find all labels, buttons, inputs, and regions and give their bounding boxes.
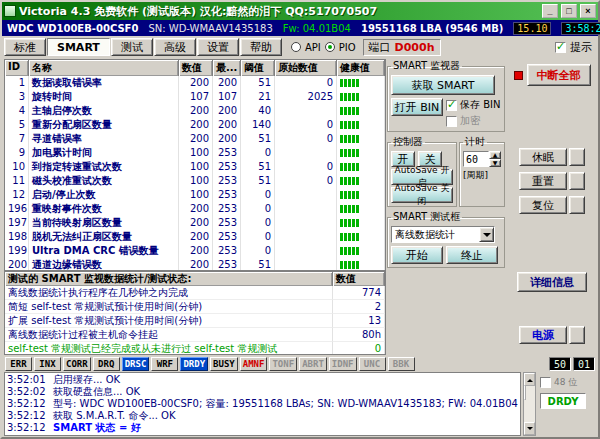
port-display[interactable]: 端口 D000h [363,39,441,56]
attr-raw [275,202,337,216]
attr-id: 10 [5,160,29,174]
led-wrf: WRF [151,357,178,371]
chevron-down-icon[interactable] [479,227,494,242]
close-button[interactable]: × [580,4,596,18]
drive-firmware: Fw: 04.01B04 [283,23,351,34]
hint-checkbox[interactable] [555,42,566,53]
scroll-up-icon[interactable] [524,373,535,386]
attr-raw: 0 [275,174,337,188]
save-bin-toggle[interactable]: 保存 BIN [446,98,500,112]
attr-health [337,216,385,230]
table-row: 1数据读取错误率200200510 [5,76,385,90]
table-row: 9加电累计时间1002530 [5,146,385,160]
tab-标准[interactable]: 标准 [4,38,46,56]
scroll-thumb[interactable] [524,385,526,400]
health-bars-icon [340,160,381,173]
pio-radio[interactable] [325,42,335,52]
attr-threshold: 0 [241,244,275,258]
details-button[interactable]: 详细信息 [517,272,587,292]
attr-value: 200 [179,216,213,230]
log-timestamp: 3:52:12 [7,422,53,434]
tab-高级[interactable]: 高级 [154,38,196,56]
attr-threshold: 0 [241,216,275,230]
tab-帮助[interactable]: 帮助 [240,38,282,56]
attr-name: 旋转时间 [29,90,179,104]
attr-health [337,244,385,258]
bits48-toggle[interactable]: 48 位 [540,376,594,389]
test-start-button[interactable]: 开始 [391,246,443,264]
log-line: 3:52:02获取硬盘信息... OK [7,386,518,398]
attr-value: 100 [179,146,213,160]
log-message: 获取 S.M.A.R.T. 命令... OK [53,410,176,422]
reset-option-button[interactable] [569,196,585,214]
autosave-off-button[interactable]: AutoSave 关闭 [391,187,453,203]
encrypt-checkbox[interactable] [446,116,457,127]
table-row: 10到指定转速重试次数100253510 [5,160,385,174]
table-row: 4主轴启停次数20020040 [5,104,385,118]
encrypt-toggle[interactable]: 加密 [446,114,500,128]
attr-threshold: 0 [241,146,275,160]
tab-设置[interactable]: 设置 [197,38,239,56]
stats-value: 774 [333,286,385,300]
victoria-window: Victoria 4.3 免费软件 (测试版本) 汉化:黯然的泪下 QQ:517… [0,0,600,439]
attr-value: 200 [179,202,213,216]
led-list: ERRINXCORRDRQDRSCWRFDRDYBUSYAMNFTONFABRT… [5,357,415,371]
stats-title: 测试的 SMART 监视数据统计/测试状态: [5,272,333,286]
recall-button[interactable]: 重置 [519,172,567,190]
get-smart-button[interactable]: 获取 SMART [391,75,495,95]
break-all-button[interactable]: 中断全部 [527,64,591,86]
recall-option-button[interactable] [569,172,585,190]
health-bars-icon [340,174,381,187]
attr-worst: 253 [213,160,241,174]
tab-SMART[interactable]: SMART [47,38,110,56]
open-bin-button[interactable]: 打开 BIN [391,98,443,116]
attr-id: 5 [5,118,29,132]
sleep-button[interactable]: 休眠 [519,148,567,166]
attr-worst: 253 [213,216,241,230]
power-button[interactable]: 电源 [519,326,567,344]
log-scrollbar[interactable] [523,372,536,436]
sleep-option-button[interactable] [569,148,585,166]
table-row: 7寻道错误率200200510 [5,132,385,146]
attr-name: 启动/停止次数 [29,188,179,202]
minimize-button[interactable]: _ [542,4,558,18]
column-header: 阈值 [241,60,275,76]
attr-health [337,104,385,118]
log-message: SMART 状态 = 好 [53,422,141,434]
column-header: 数值 [179,60,213,76]
column-header: ID [5,60,29,76]
smart-test-select[interactable]: 离线数据统计 [391,226,495,243]
attr-health [337,132,385,146]
attr-id: 196 [5,202,29,216]
port-value: D000h [395,41,435,54]
attr-threshold: 21 [241,90,275,104]
maximize-button[interactable]: □ [561,4,577,18]
column-header: 原始数值 [275,60,337,76]
timer-input[interactable] [463,151,489,167]
stats-row: 离线数据统计执行程序在几秒钟之内完成774 [5,286,385,300]
scroll-down-icon[interactable] [524,422,535,435]
stats-label: 简短 self-test 常规测试预计使用时间(分钟) [5,300,333,314]
reset-button[interactable]: 复位 [519,196,567,214]
tab-测试[interactable]: 测试 [111,38,153,56]
timer-up-icon[interactable]: ▲ [489,151,501,159]
app-icon [4,5,16,17]
table-row: 3旋转时间107107212025 [5,90,385,104]
save-bin-checkbox[interactable] [446,100,457,111]
timer-down-icon[interactable]: ▼ [489,159,501,167]
power-option-button[interactable] [569,326,585,344]
smart-monitor-panel: SMART 监视器 获取 SMART 打开 BIN 保存 BIN 加 [386,58,506,355]
title-bar[interactable]: Victoria 4.3 免费软件 (测试版本) 汉化:黯然的泪下 QQ:517… [2,2,598,20]
timer-period-label: [周期] [463,169,501,182]
attr-raw: 2025 [275,90,337,104]
hint-toggle[interactable]: 提示 [555,40,596,55]
api-radio[interactable] [291,42,301,52]
window-title: Victoria 4.3 免费软件 (测试版本) 汉化:黯然的泪下 QQ:517… [19,4,539,19]
scroll-track[interactable] [524,386,535,422]
health-bars-icon [340,216,381,229]
bits48-checkbox[interactable] [540,377,551,388]
attr-threshold: 0 [241,188,275,202]
smart-table-header: ID名称数值最...阈值原始数值健康值 [5,60,385,76]
test-stop-button[interactable]: 终止 [446,246,498,264]
led-amnf: AMNF [240,357,268,371]
